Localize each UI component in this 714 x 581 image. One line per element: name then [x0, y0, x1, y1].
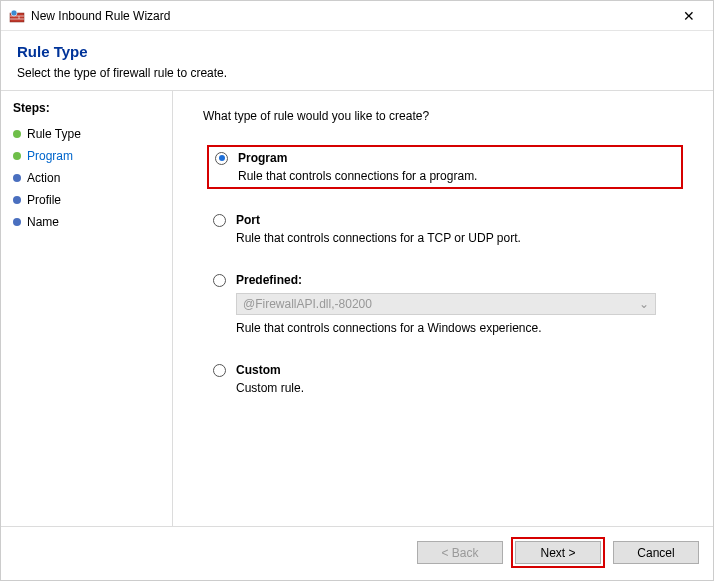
step-bullet-icon: [13, 196, 21, 204]
step-label: Action: [27, 171, 60, 185]
step-name[interactable]: Name: [13, 211, 160, 233]
option-desc: Rule that controls connections for a pro…: [238, 169, 675, 183]
radio-predefined[interactable]: [213, 274, 226, 287]
steps-label: Steps:: [13, 101, 160, 115]
step-label: Profile: [27, 193, 61, 207]
predefined-dropdown: @FirewallAPI.dll,-80200: [236, 293, 656, 315]
step-bullet-icon: [13, 130, 21, 138]
cancel-button[interactable]: Cancel: [613, 541, 699, 564]
step-program[interactable]: Program: [13, 145, 160, 167]
radio-port[interactable]: [213, 214, 226, 227]
main-panel: What type of rule would you like to crea…: [173, 91, 713, 526]
options-group: Program Rule that controls connections f…: [203, 145, 683, 399]
step-bullet-icon: [13, 152, 21, 160]
option-label: Program: [238, 151, 287, 165]
step-bullet-icon: [13, 174, 21, 182]
next-highlight: Next >: [511, 537, 605, 568]
option-port[interactable]: Port Rule that controls connections for …: [207, 209, 683, 249]
firewall-icon: [9, 8, 25, 24]
radio-program[interactable]: [215, 152, 228, 165]
radio-custom[interactable]: [213, 364, 226, 377]
option-desc: Rule that controls connections for a Win…: [236, 321, 677, 335]
back-button: < Back: [417, 541, 503, 564]
next-button[interactable]: Next >: [515, 541, 601, 564]
option-label: Custom: [236, 363, 281, 377]
header: Rule Type Select the type of firewall ru…: [1, 31, 713, 90]
sidebar: Steps: Rule Type Program Action Profile …: [1, 91, 173, 526]
window-title: New Inbound Rule Wizard: [31, 9, 673, 23]
option-program[interactable]: Program Rule that controls connections f…: [207, 145, 683, 189]
question-text: What type of rule would you like to crea…: [203, 109, 683, 123]
step-bullet-icon: [13, 218, 21, 226]
option-desc: Custom rule.: [236, 381, 677, 395]
option-label: Port: [236, 213, 260, 227]
step-label: Name: [27, 215, 59, 229]
option-label: Predefined:: [236, 273, 302, 287]
page-title: Rule Type: [17, 43, 697, 60]
option-predefined[interactable]: Predefined: @FirewallAPI.dll,-80200 Rule…: [207, 269, 683, 339]
dropdown-value: @FirewallAPI.dll,-80200: [243, 297, 372, 311]
step-rule-type[interactable]: Rule Type: [13, 123, 160, 145]
step-label: Rule Type: [27, 127, 81, 141]
titlebar: New Inbound Rule Wizard ✕: [1, 1, 713, 31]
close-icon[interactable]: ✕: [673, 1, 705, 31]
body: Steps: Rule Type Program Action Profile …: [1, 90, 713, 526]
step-action[interactable]: Action: [13, 167, 160, 189]
option-desc: Rule that controls connections for a TCP…: [236, 231, 677, 245]
step-label: Program: [27, 149, 73, 163]
page-description: Select the type of firewall rule to crea…: [17, 66, 697, 80]
step-profile[interactable]: Profile: [13, 189, 160, 211]
option-custom[interactable]: Custom Custom rule.: [207, 359, 683, 399]
footer: < Back Next > Cancel: [1, 526, 713, 578]
